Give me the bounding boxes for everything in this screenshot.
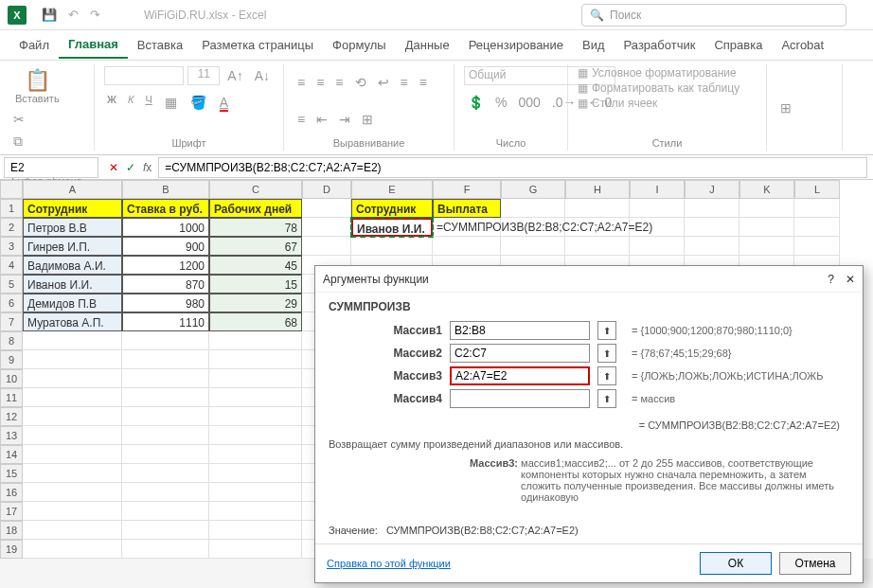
indent-inc-icon[interactable]: ⇥ — [335, 110, 354, 129]
align-bottom-icon[interactable]: ≡ — [331, 73, 347, 92]
cell-B14[interactable] — [122, 445, 209, 464]
arg-input-0[interactable] — [450, 321, 590, 340]
menu-formulas[interactable]: Формулы — [323, 32, 396, 58]
cell-K2[interactable] — [739, 218, 794, 237]
row-header-11[interactable]: 11 — [0, 388, 23, 407]
cell-B11[interactable] — [122, 388, 209, 407]
cell-A15[interactable] — [23, 464, 122, 483]
row-header-7[interactable]: 7 — [0, 312, 23, 331]
accept-formula-icon[interactable]: ✓ — [123, 161, 138, 174]
cancel-formula-icon[interactable]: ✕ — [106, 161, 121, 174]
cell-B16[interactable] — [122, 483, 209, 502]
cell-B7[interactable]: 1110 — [122, 312, 209, 331]
cell-B4[interactable]: 1200 — [122, 256, 209, 275]
currency-icon[interactable]: 💲 — [464, 93, 488, 112]
cell-J1[interactable] — [685, 199, 739, 218]
range-select-icon[interactable]: ⬆ — [597, 389, 616, 408]
cell-C2[interactable]: 78 — [209, 218, 302, 237]
menu-data[interactable]: Данные — [396, 32, 459, 58]
cell-B10[interactable] — [122, 369, 209, 388]
row-header-6[interactable]: 6 — [0, 294, 23, 312]
cell-A11[interactable] — [23, 388, 122, 407]
cell-C9[interactable] — [209, 350, 302, 369]
cell-F3[interactable] — [433, 237, 501, 256]
orientation-icon[interactable]: ⟲ — [351, 73, 370, 92]
cell-C14[interactable] — [209, 445, 302, 464]
row-header-1[interactable]: 1 — [0, 199, 23, 218]
cell-B9[interactable] — [122, 350, 209, 369]
menu-insert[interactable]: Вставка — [128, 32, 192, 58]
cell-D1[interactable] — [302, 199, 351, 218]
cell-A17[interactable] — [23, 502, 122, 521]
col-header-A[interactable]: A — [23, 180, 122, 199]
cell-E1[interactable]: Сотрудник — [351, 199, 433, 218]
row-header-4[interactable]: 4 — [0, 256, 23, 275]
cell-A10[interactable] — [23, 369, 122, 388]
cell-G1[interactable] — [501, 199, 565, 218]
menu-view[interactable]: Вид — [573, 32, 615, 58]
cell-C4[interactable]: 45 — [209, 256, 302, 275]
align-right-icon[interactable]: ≡ — [294, 110, 309, 129]
format-table-button[interactable]: ▦Форматировать как таблицу — [578, 81, 739, 95]
cell-C7[interactable]: 68 — [209, 312, 302, 331]
cell-B19[interactable] — [122, 540, 209, 559]
cell-C11[interactable] — [209, 388, 302, 407]
cell-A18[interactable] — [23, 521, 122, 540]
cell-C10[interactable] — [209, 369, 302, 388]
merge-icon[interactable]: ⊞ — [358, 110, 377, 129]
cell-C19[interactable] — [209, 540, 302, 559]
cell-C15[interactable] — [209, 464, 302, 483]
cell-C17[interactable] — [209, 502, 302, 521]
cell-A9[interactable] — [23, 350, 122, 369]
decrease-font-icon[interactable]: A↓ — [251, 66, 274, 85]
increase-font-icon[interactable]: A↑ — [223, 66, 246, 85]
row-header-17[interactable]: 17 — [0, 502, 23, 521]
menu-review[interactable]: Рецензирование — [459, 32, 573, 58]
cell-J3[interactable] — [685, 237, 739, 256]
ok-button[interactable]: ОК — [700, 552, 772, 575]
underline-button[interactable]: Ч — [142, 93, 154, 112]
cell-B8[interactable] — [122, 331, 209, 350]
select-all-corner[interactable] — [0, 180, 23, 199]
cell-C1[interactable]: Рабочих дней — [209, 199, 302, 218]
cell-A2[interactable]: Петров В.В — [23, 218, 122, 237]
row-header-16[interactable]: 16 — [0, 483, 23, 502]
cell-D3[interactable] — [302, 237, 351, 256]
name-box[interactable] — [4, 157, 98, 178]
col-header-G[interactable]: G — [501, 180, 565, 199]
col-header-K[interactable]: K — [739, 180, 794, 199]
redo-icon[interactable]: ↷ — [90, 8, 100, 22]
cell-D2[interactable] — [302, 218, 351, 237]
row-header-9[interactable]: 9 — [0, 350, 23, 369]
save-icon[interactable]: 💾 — [42, 8, 57, 22]
cell-E3[interactable] — [351, 237, 433, 256]
cell-F2[interactable]: =СУММПРОИЗВ(B2:B8;C2:C7;A2:A7=E2) — [433, 218, 501, 237]
font-size[interactable]: 11 — [187, 66, 220, 85]
align-top-icon[interactable]: ≡ — [294, 73, 309, 92]
cell-B15[interactable] — [122, 464, 209, 483]
align-left-icon[interactable]: ≡ — [397, 73, 412, 92]
range-select-icon[interactable]: ⬆ — [597, 344, 616, 363]
italic-button[interactable]: К — [125, 93, 136, 112]
range-select-icon[interactable]: ⬆ — [597, 321, 616, 340]
row-header-15[interactable]: 15 — [0, 464, 23, 483]
cell-B18[interactable] — [122, 521, 209, 540]
cell-A5[interactable]: Иванов И.И. — [23, 275, 122, 294]
cond-format-button[interactable]: ▦Условное форматирование — [578, 66, 737, 80]
cut-icon[interactable]: ✂ — [9, 110, 30, 129]
menu-home[interactable]: Главная — [59, 31, 128, 59]
cell-A4[interactable]: Вадимова А.И. — [23, 256, 122, 275]
menu-page-layout[interactable]: Разметка страницы — [192, 32, 323, 58]
row-header-2[interactable]: 2 — [0, 218, 23, 237]
cell-K1[interactable] — [739, 199, 794, 218]
dialog-title-bar[interactable]: Аргументы функции ? ✕ — [315, 266, 863, 293]
cell-C8[interactable] — [209, 331, 302, 350]
cell-K3[interactable] — [739, 237, 794, 256]
cell-C16[interactable] — [209, 483, 302, 502]
help-icon[interactable]: ? — [828, 273, 834, 286]
fill-color-icon[interactable]: 🪣 — [187, 93, 210, 112]
col-header-B[interactable]: B — [122, 180, 209, 199]
cell-I1[interactable] — [630, 199, 685, 218]
help-link[interactable]: Справка по этой функции — [327, 558, 451, 569]
cell-H1[interactable] — [565, 199, 630, 218]
